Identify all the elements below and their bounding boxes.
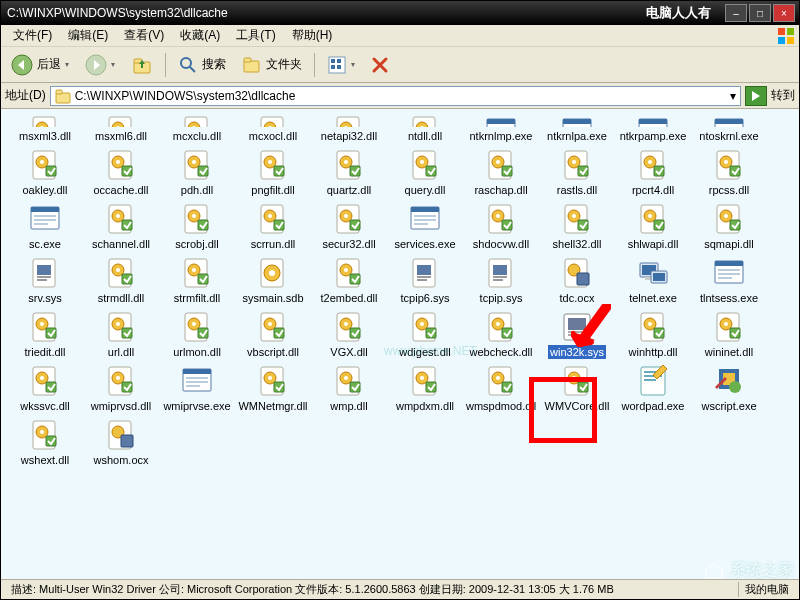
file-item[interactable]: mcxocl.dll <box>235 113 311 145</box>
file-item[interactable]: url.dll <box>83 309 159 361</box>
file-item[interactable]: t2embed.dll <box>311 255 387 307</box>
file-item[interactable]: schannel.dll <box>83 201 159 253</box>
search-button[interactable]: 搜索 <box>172 51 232 79</box>
file-item[interactable]: webcheck.dll <box>463 309 539 361</box>
menu-edit[interactable]: 编辑(E) <box>60 25 116 46</box>
file-item[interactable]: query.dll <box>387 147 463 199</box>
file-type-icon <box>105 149 137 181</box>
file-item[interactable]: VGX.dll <box>311 309 387 361</box>
file-item[interactable]: tcpip.sys <box>463 255 539 307</box>
minimize-button[interactable]: – <box>725 4 747 22</box>
file-item[interactable]: triedit.dll <box>7 309 83 361</box>
file-name: mcxclu.dll <box>171 129 223 143</box>
views-button[interactable]: ▾ <box>321 51 361 79</box>
file-item[interactable]: rpcrt4.dll <box>615 147 691 199</box>
menu-file[interactable]: 文件(F) <box>5 25 60 46</box>
file-type-icon <box>29 203 61 235</box>
file-item[interactable]: wscript.exe <box>691 363 767 415</box>
file-name: raschap.dll <box>472 183 529 197</box>
file-type-icon <box>29 419 61 451</box>
file-item[interactable]: wshom.ocx <box>83 417 159 469</box>
close-button[interactable]: × <box>773 4 795 22</box>
file-item[interactable]: shdocvw.dll <box>463 201 539 253</box>
file-name: shlwapi.dll <box>626 237 681 251</box>
go-button[interactable] <box>745 86 767 106</box>
file-item[interactable]: strmdll.dll <box>83 255 159 307</box>
file-name: rastls.dll <box>555 183 599 197</box>
file-item[interactable]: pngfilt.dll <box>235 147 311 199</box>
file-item[interactable]: ntkrnlmp.exe <box>463 113 539 145</box>
file-item[interactable]: rpcss.dll <box>691 147 767 199</box>
file-item[interactable]: wininet.dll <box>691 309 767 361</box>
file-item[interactable]: sc.exe <box>7 201 83 253</box>
file-item[interactable]: srv.sys <box>7 255 83 307</box>
menu-favorites[interactable]: 收藏(A) <box>172 25 228 46</box>
file-item[interactable]: ntdll.dll <box>387 113 463 145</box>
file-item[interactable]: oakley.dll <box>7 147 83 199</box>
file-item[interactable]: raschap.dll <box>463 147 539 199</box>
file-item[interactable]: sysmain.sdb <box>235 255 311 307</box>
file-item[interactable]: tdc.ocx <box>539 255 615 307</box>
file-item[interactable]: netapi32.dll <box>311 113 387 145</box>
file-item[interactable]: scrobj.dll <box>159 201 235 253</box>
file-item[interactable]: quartz.dll <box>311 147 387 199</box>
file-item[interactable]: mcxclu.dll <box>159 113 235 145</box>
file-name: wdigest.dll <box>397 345 452 359</box>
file-name: url.dll <box>106 345 136 359</box>
delete-x-button[interactable] <box>365 52 395 78</box>
file-type-icon <box>485 149 517 181</box>
file-item[interactable]: strmfilt.dll <box>159 255 235 307</box>
titlebar[interactable]: C:\WINXP\WINDOWS\system32\dllcache 电脑人人有… <box>1 1 799 25</box>
address-input[interactable]: C:\WINXP\WINDOWS\system32\dllcache ▾ <box>50 86 741 106</box>
file-item[interactable]: WMVCore.dll <box>539 363 615 415</box>
file-item[interactable]: win32k.sys <box>539 309 615 361</box>
file-item[interactable]: vbscript.dll <box>235 309 311 361</box>
file-list[interactable]: msxml3.dllmsxml6.dllmcxclu.dllmcxocl.dll… <box>1 109 799 579</box>
file-item[interactable]: WMNetmgr.dll <box>235 363 311 415</box>
chevron-down-icon: ▾ <box>351 60 355 69</box>
file-item[interactable]: wmp.dll <box>311 363 387 415</box>
up-button[interactable] <box>125 50 159 80</box>
file-item[interactable]: wshext.dll <box>7 417 83 469</box>
file-item[interactable]: pdh.dll <box>159 147 235 199</box>
file-item[interactable]: msxml3.dll <box>7 113 83 145</box>
file-item[interactable]: sqmapi.dll <box>691 201 767 253</box>
file-type-icon <box>105 203 137 235</box>
file-item[interactable]: telnet.exe <box>615 255 691 307</box>
file-item[interactable]: rastls.dll <box>539 147 615 199</box>
file-item[interactable]: msxml6.dll <box>83 113 159 145</box>
file-item[interactable]: services.exe <box>387 201 463 253</box>
file-item[interactable]: wordpad.exe <box>615 363 691 415</box>
file-name: webcheck.dll <box>468 345 535 359</box>
file-item[interactable]: wkssvc.dll <box>7 363 83 415</box>
back-button[interactable]: 后退 ▾ <box>5 50 75 80</box>
file-item[interactable]: ntoskrnl.exe <box>691 113 767 145</box>
file-item[interactable]: wmiprvsd.dll <box>83 363 159 415</box>
forward-button[interactable]: ▾ <box>79 50 121 80</box>
file-name: wkssvc.dll <box>18 399 72 413</box>
file-item[interactable]: tlntsess.exe <box>691 255 767 307</box>
menu-help[interactable]: 帮助(H) <box>284 25 341 46</box>
folders-button[interactable]: 文件夹 <box>236 51 308 79</box>
file-item[interactable]: shell32.dll <box>539 201 615 253</box>
file-item[interactable]: ntkrpamp.exe <box>615 113 691 145</box>
file-item[interactable]: wmiprvse.exe <box>159 363 235 415</box>
file-item[interactable]: scrrun.dll <box>235 201 311 253</box>
file-item[interactable]: wmpdxm.dll <box>387 363 463 415</box>
file-item[interactable]: tcpip6.sys <box>387 255 463 307</box>
file-item[interactable]: urlmon.dll <box>159 309 235 361</box>
file-item[interactable]: wdigest.dll <box>387 309 463 361</box>
file-item[interactable]: shlwapi.dll <box>615 201 691 253</box>
file-item[interactable]: occache.dll <box>83 147 159 199</box>
file-item[interactable]: winhttp.dll <box>615 309 691 361</box>
file-type-icon <box>713 365 745 397</box>
file-name: tdc.ocx <box>558 291 597 305</box>
file-item[interactable]: wmspdmod.dll <box>463 363 539 415</box>
file-item[interactable]: ntkrnlpa.exe <box>539 113 615 145</box>
maximize-button[interactable]: □ <box>749 4 771 22</box>
chevron-down-icon[interactable]: ▾ <box>730 89 736 103</box>
file-item[interactable]: secur32.dll <box>311 201 387 253</box>
menu-view[interactable]: 查看(V) <box>116 25 172 46</box>
file-name: telnet.exe <box>627 291 679 305</box>
menu-tools[interactable]: 工具(T) <box>228 25 283 46</box>
